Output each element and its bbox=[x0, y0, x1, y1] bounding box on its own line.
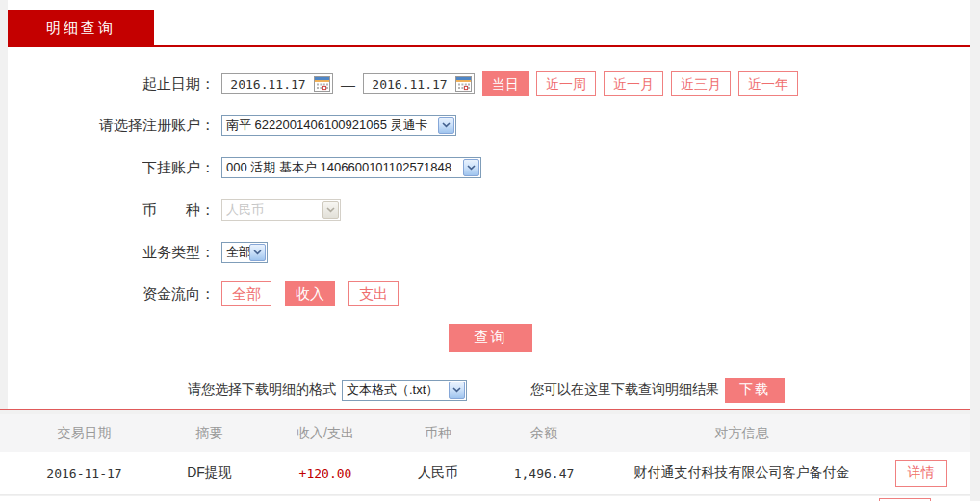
cell-counterparty: 财付通支付科技有限公司客户备付金 bbox=[612, 464, 871, 482]
currency-row: 币 种： 人民币 bbox=[8, 199, 341, 221]
fund-flow-row: 资金流向： 全部 收入 支出 bbox=[8, 281, 412, 306]
dropdown-arrow-icon bbox=[249, 244, 266, 261]
calendar-icon[interactable] bbox=[314, 76, 330, 92]
start-date-input[interactable]: 2016.11.17 bbox=[221, 73, 333, 94]
dropdown-arrow-icon bbox=[449, 382, 465, 399]
table-row: 2016-11-17 DF提现 +120.00 人民币 1,496.47 财付通… bbox=[0, 452, 970, 495]
calendar-icon[interactable] bbox=[455, 76, 472, 92]
date-range-label: 起止日期： bbox=[8, 75, 215, 93]
header-income-expense: 收入/支出 bbox=[250, 425, 400, 442]
header-transaction-date: 交易日期 bbox=[0, 425, 168, 442]
detail-button[interactable]: 详情 bbox=[895, 460, 947, 487]
dropdown-arrow-icon bbox=[322, 201, 339, 219]
currency-select: 人民币 bbox=[221, 199, 341, 221]
download-hint: 您可以在这里下载查询明细结果 bbox=[530, 382, 719, 399]
sub-account-value: 000 活期 基本户 1406600101102571848 bbox=[222, 159, 463, 176]
fund-flow-expense-button[interactable]: 支出 bbox=[348, 281, 399, 306]
range-button-today[interactable]: 当日 bbox=[482, 71, 529, 96]
table-top-line bbox=[0, 409, 970, 410]
business-type-label: 业务类型： bbox=[8, 244, 215, 262]
currency-label: 币 种： bbox=[8, 201, 215, 220]
cell-balance: 1,496.47 bbox=[476, 466, 612, 481]
register-account-select[interactable]: 南平 6222001406100921065 灵通卡 bbox=[221, 115, 456, 136]
business-type-row: 业务类型： 全部 bbox=[8, 242, 268, 263]
cell-summary: DF提现 bbox=[168, 464, 250, 482]
download-format-value: 文本格式（.txt） bbox=[343, 382, 449, 399]
query-button[interactable]: 查询 bbox=[449, 324, 532, 352]
business-type-select[interactable]: 全部 bbox=[221, 242, 268, 263]
dropdown-arrow-icon bbox=[438, 117, 454, 134]
sub-account-select[interactable]: 000 活期 基本户 1406600101102571848 bbox=[221, 157, 481, 178]
fund-flow-label: 资金流向： bbox=[8, 285, 215, 303]
tab-detail-query[interactable]: 明细查询 bbox=[8, 10, 154, 46]
cell-transaction-date: 2016-11-17 bbox=[0, 466, 168, 481]
date-range-row: 起止日期： 2016.11.17 bbox=[8, 71, 798, 96]
download-format-select[interactable]: 文本格式（.txt） bbox=[342, 380, 467, 401]
range-button-last-week[interactable]: 近一周 bbox=[536, 71, 596, 96]
fund-flow-income-button[interactable]: 收入 bbox=[285, 281, 335, 306]
register-account-row: 请选择注册账户： 南平 6222001406100921065 灵通卡 bbox=[8, 115, 456, 136]
date-range-separator: — bbox=[341, 76, 355, 92]
download-row: 请您选择下载明细的格式 文本格式（.txt） 您可以在这里下载查询明细结果 下载 bbox=[8, 378, 785, 403]
currency-value: 人民币 bbox=[222, 201, 322, 219]
fund-flow-all-button[interactable]: 全部 bbox=[221, 281, 271, 306]
start-date-value: 2016.11.17 bbox=[222, 77, 314, 92]
register-account-label: 请选择注册账户： bbox=[8, 117, 215, 135]
end-date-value: 2016.11.17 bbox=[364, 77, 455, 92]
range-button-last-month[interactable]: 近一月 bbox=[604, 71, 663, 96]
range-button-last-year[interactable]: 近一年 bbox=[738, 71, 798, 96]
header-balance: 余额 bbox=[476, 425, 612, 442]
sub-account-label: 下挂账户： bbox=[8, 159, 215, 177]
download-format-label: 请您选择下载明细的格式 bbox=[188, 382, 336, 399]
sub-account-row: 下挂账户： 000 活期 基本户 1406600101102571848 bbox=[8, 157, 481, 178]
header-counterparty: 对方信息 bbox=[612, 425, 871, 442]
page-right-margin bbox=[970, 0, 980, 501]
table-header-row: 交易日期 摘要 收入/支出 币种 余额 对方信息 bbox=[0, 414, 970, 452]
download-button[interactable]: 下载 bbox=[725, 378, 785, 403]
header-currency: 币种 bbox=[400, 425, 476, 442]
dropdown-arrow-icon bbox=[463, 159, 479, 176]
cell-amount: +120.00 bbox=[250, 466, 400, 481]
tab-underline bbox=[8, 45, 970, 47]
cell-currency: 人民币 bbox=[400, 464, 476, 482]
register-account-value: 南平 6222001406100921065 灵通卡 bbox=[222, 117, 438, 134]
business-type-value: 全部 bbox=[222, 244, 249, 261]
form-panel: 明细查询 起止日期： 2016.11.17 bbox=[8, 0, 970, 409]
header-summary: 摘要 bbox=[168, 425, 250, 442]
detail-query-page: 明细查询 起止日期： 2016.11.17 bbox=[0, 0, 980, 501]
end-date-input[interactable]: 2016.11.17 bbox=[363, 73, 475, 94]
table-row-partial: 详情 bbox=[0, 496, 970, 501]
range-button-last-3-months[interactable]: 近三月 bbox=[671, 71, 731, 96]
